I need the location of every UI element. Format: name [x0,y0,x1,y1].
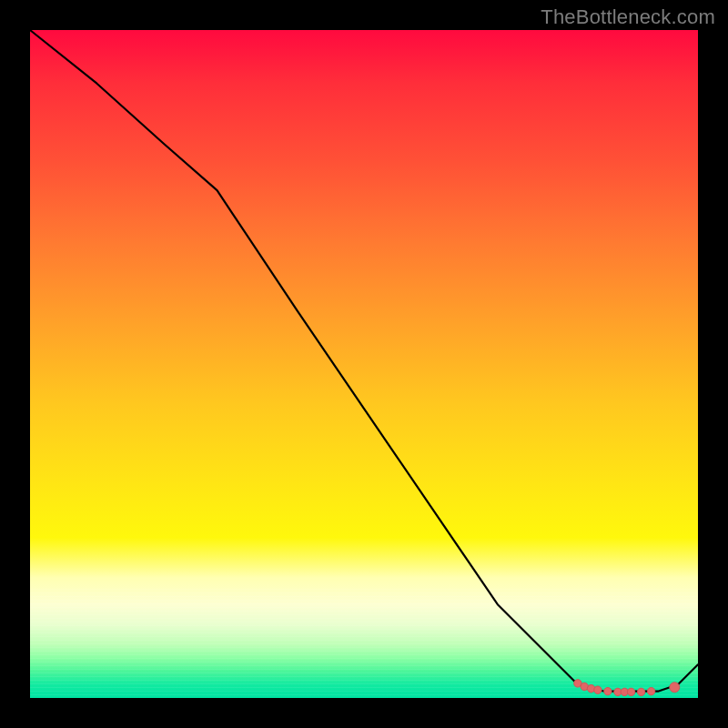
marker-dot [647,688,654,695]
bottleneck-curve [30,30,698,692]
attribution-text: TheBottleneck.com [541,5,715,29]
marker-dot [604,688,612,695]
plot-area [30,30,698,698]
marker-dot [594,686,602,693]
marker-group [574,680,680,696]
marker-dot [670,682,680,693]
marker-dot [637,688,644,695]
chart-frame: TheBottleneck.com [0,0,728,728]
curve-layer [30,30,698,698]
marker-dot [627,688,634,695]
